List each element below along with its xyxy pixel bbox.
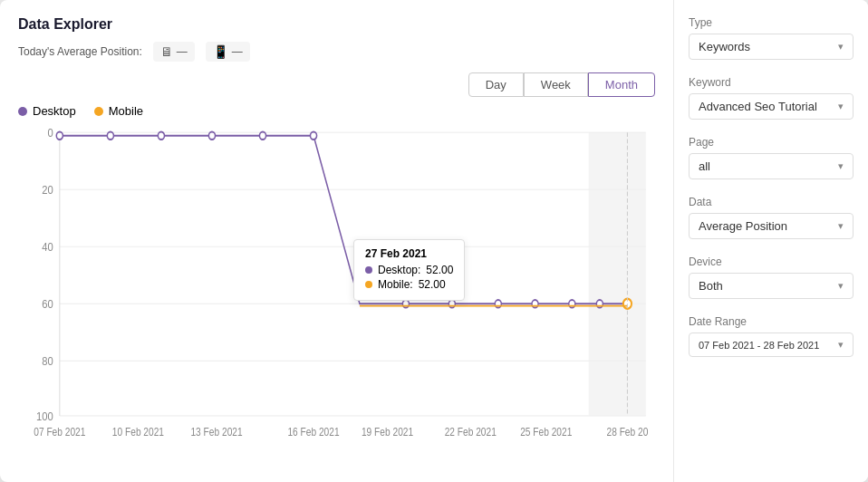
device-select[interactable]: Both ▾ [689,273,854,299]
device-chevron-icon: ▾ [838,280,844,292]
svg-text:20: 20 [42,183,53,197]
data-field-group: Data Average Position ▾ [689,196,854,239]
device-value: Both [699,279,723,293]
avg-position-row: Today's Average Position: 🖥 — 📱 — [18,42,655,62]
data-label: Data [689,196,854,208]
mobile-value: — [232,45,243,58]
type-label: Type [689,16,854,29]
svg-text:16 Feb 2021: 16 Feb 2021 [287,426,339,438]
data-select[interactable]: Average Position ▾ [689,213,854,239]
page-label: Page [689,136,854,149]
chart-container: 0 20 40 60 80 100 [18,121,655,473]
svg-text:100: 100 [36,410,53,423]
desktop-legend: Desktop [18,104,76,118]
date-range-field-group: Date Range 07 Feb 2021 - 28 Feb 2021 ▾ [689,315,854,357]
svg-point-15 [107,132,113,140]
panel-title: Data Explorer [18,16,655,33]
svg-text:0: 0 [47,126,53,140]
date-range-value: 07 Feb 2021 - 28 Feb 2021 [699,340,819,351]
svg-rect-13 [589,132,646,416]
date-range-chevron-icon: ▾ [838,339,844,351]
keyword-value: Advanced Seo Tutorial [699,100,817,113]
data-value: Average Position [699,219,787,233]
data-chevron-icon: ▾ [838,220,844,232]
month-button[interactable]: Month [588,72,655,97]
device-field-group: Device Both ▾ [689,255,854,299]
desktop-icon: 🖥 [160,44,173,59]
page-field-group: Page all ▾ [689,136,854,179]
page-chevron-icon: ▾ [838,160,844,172]
chart-svg: 0 20 40 60 80 100 [18,121,655,473]
data-explorer-modal: Data Explorer Today's Average Position: … [0,0,868,482]
svg-point-19 [310,132,316,140]
day-button[interactable]: Day [468,72,524,97]
keyword-chevron-icon: ▾ [838,101,844,112]
svg-text:19 Feb 2021: 19 Feb 2021 [362,426,413,438]
keyword-field-group: Keyword Advanced Seo Tutorial ▾ [689,76,854,120]
svg-text:22 Feb 2021: 22 Feb 2021 [445,426,497,438]
desktop-legend-dot [18,107,27,116]
week-button[interactable]: Week [524,72,588,97]
chart-legend: Desktop Mobile [18,104,655,118]
side-panel: Type Keywords ▾ Keyword Advanced Seo Tut… [673,0,868,482]
type-field-group: Type Keywords ▾ [689,16,854,60]
time-button-group: Day Week Month [18,72,655,97]
svg-text:07 Feb 2021: 07 Feb 2021 [34,426,85,438]
keyword-select[interactable]: Advanced Seo Tutorial ▾ [689,93,854,120]
desktop-legend-label: Desktop [33,104,76,118]
svg-point-18 [259,132,265,140]
svg-text:10 Feb 2021: 10 Feb 2021 [112,426,164,438]
svg-point-17 [208,132,215,140]
main-panel: Data Explorer Today's Average Position: … [0,0,673,482]
svg-point-14 [56,132,63,140]
avg-position-label: Today's Average Position: [18,45,142,58]
page-value: all [699,159,710,173]
desktop-value: — [177,45,188,58]
mobile-legend-label: Mobile [109,104,143,118]
svg-point-16 [158,132,164,140]
svg-text:80: 80 [42,354,53,368]
svg-text:28 Feb 20: 28 Feb 20 [607,426,649,438]
type-value: Keywords [699,40,750,53]
desktop-indicator: 🖥 — [153,42,195,62]
svg-text:13 Feb 2021: 13 Feb 2021 [190,426,242,438]
type-chevron-icon: ▾ [838,41,844,53]
page-select[interactable]: all ▾ [689,153,854,179]
device-label: Device [689,255,854,268]
svg-text:60: 60 [42,297,53,311]
date-range-label: Date Range [689,315,854,328]
mobile-legend-dot [94,107,103,116]
mobile-indicator: 📱 — [206,42,250,62]
mobile-legend: Mobile [94,104,143,118]
type-select[interactable]: Keywords ▾ [689,34,854,60]
keyword-label: Keyword [689,76,854,89]
date-range-select[interactable]: 07 Feb 2021 - 28 Feb 2021 ▾ [689,333,854,357]
svg-text:25 Feb 2021: 25 Feb 2021 [520,426,572,438]
mobile-icon: 📱 [213,44,228,59]
svg-text:40: 40 [42,240,53,254]
